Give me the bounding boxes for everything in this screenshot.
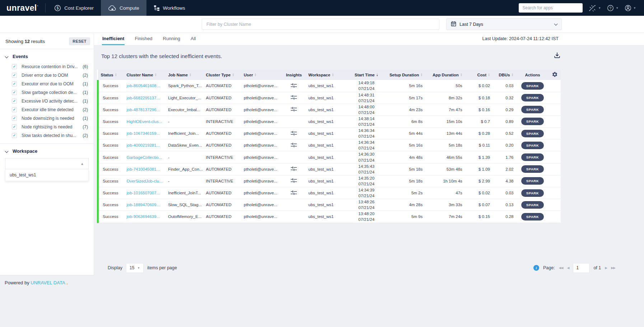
tab-all[interactable]: All — [190, 33, 196, 45]
next-page-button[interactable]: ▶ — [605, 266, 607, 270]
checkbox-checked[interactable]: ✓ — [12, 81, 17, 86]
workspace-select[interactable]: ▲ — [5, 158, 89, 169]
nav-item-compute[interactable]: Compute — [101, 0, 146, 16]
previous-page-button[interactable]: ◀ — [567, 266, 569, 270]
checkbox-checked[interactable]: ✓ — [12, 90, 17, 95]
date-range-select[interactable]: Last 7 Days — [446, 18, 562, 30]
user-cell: ptholeti@unrave... — [241, 199, 283, 211]
spark-action-button[interactable]: SPARK — [521, 130, 544, 137]
insights-icon[interactable] — [290, 166, 297, 172]
start-time-cell: 14:36:3007/21/24 — [347, 151, 386, 163]
spark-action-button[interactable]: SPARK — [521, 94, 544, 101]
per-page-label: items per page — [147, 265, 177, 270]
cost-cell: $ 0.7 — [465, 115, 493, 127]
cost-cell: $ 1.39 — [465, 151, 493, 163]
nav-item-workflows[interactable]: Workflows — [146, 0, 192, 16]
dbus-cell: 0.13 — [493, 199, 517, 211]
workspace-section-toggle[interactable]: Workspace — [0, 144, 94, 157]
column-header-job-name[interactable]: Job Name▲▼ — [165, 70, 203, 80]
workspace-cell: ubs_test_ws1 — [305, 128, 347, 139]
workspace-option[interactable]: ubs_test_ws1 — [5, 169, 89, 181]
insights-icon[interactable] — [290, 131, 297, 137]
column-header-start-time[interactable]: Start Time▲▼ — [347, 70, 386, 80]
spark-action-button[interactable]: SPARK — [521, 165, 544, 173]
spark-action-button[interactable]: SPARK — [521, 106, 544, 113]
checkbox-checked[interactable]: ✓ — [12, 99, 17, 104]
table-row: Success job-6682295137... Light_Executor… — [98, 92, 561, 104]
checkbox-checked[interactable]: ✓ — [12, 116, 17, 121]
cluster-name-link[interactable]: job-7410045081... — [126, 167, 160, 171]
unravel-logo[interactable]: unravel' — [0, 3, 45, 13]
column-header-cost[interactable]: Cost▲▼ — [465, 70, 493, 80]
insights-cell — [283, 139, 305, 151]
download-icon[interactable] — [554, 52, 561, 60]
checkbox-checked[interactable]: ✓ — [12, 133, 17, 138]
cluster-name-link[interactable]: GarbageCollectio... — [126, 155, 162, 160]
column-header-app-duration[interactable]: App Duration▲▼ — [425, 70, 465, 80]
setup-duration-cell: 4m 23s — [386, 104, 426, 115]
unravel-data-link[interactable]: UNRAVEL DATA — [31, 280, 65, 285]
insights-icon[interactable] — [290, 190, 297, 196]
powered-by-text: Powered by — [5, 280, 31, 285]
reset-filters-button[interactable]: RESET — [69, 37, 90, 45]
help-menu[interactable]: ? ▼ — [607, 5, 619, 11]
page-number-input[interactable] — [573, 263, 589, 273]
cluster-name-link[interactable]: job-4878137296... — [126, 108, 160, 112]
spark-action-button[interactable]: SPARK — [521, 189, 544, 197]
spark-action-button[interactable]: SPARK — [521, 153, 544, 161]
insights-icon[interactable] — [290, 83, 297, 89]
column-header-status[interactable]: Status▲▼ — [98, 70, 124, 80]
checkbox-checked[interactable]: ✓ — [12, 107, 17, 112]
nav-item-cost-explorer[interactable]: $ Cost Explorer — [47, 0, 101, 16]
clusters-table: Status▲▼Cluster Name▲▼Job Name▲▼Cluster … — [97, 70, 561, 223]
column-header-cluster-name[interactable]: Cluster Name▲▼ — [123, 70, 165, 80]
user-menu[interactable]: ▼ — [625, 5, 636, 11]
checkbox-checked[interactable]: ✓ — [12, 64, 17, 69]
event-filter-item: ✓ Node downsizing is needed (1) — [0, 114, 94, 123]
checkbox-checked[interactable]: ✓ — [12, 73, 17, 78]
cluster-name-filter-input[interactable] — [202, 19, 439, 30]
column-header-dbus[interactable]: DBUs▲▼ — [493, 70, 517, 80]
tab-inefficient[interactable]: Inefficient — [102, 33, 125, 45]
column-header-user[interactable]: User▲▼ — [241, 70, 283, 80]
first-page-button[interactable]: ◀◀ — [559, 266, 563, 270]
column-header-workspace[interactable]: Workspace▲▼ — [305, 70, 347, 80]
spark-action-button[interactable]: SPARK — [521, 177, 544, 185]
spark-action-button[interactable]: SPARK — [521, 213, 544, 221]
cluster-name-link[interactable]: job-1889470609... — [126, 203, 160, 207]
info-icon[interactable]: i — [533, 265, 539, 271]
tab-finished[interactable]: Finished — [134, 33, 153, 45]
cluster-name-link[interactable]: OverSizedJob-clu... — [126, 179, 162, 183]
cluster-name-link[interactable]: job-6682295137... — [126, 96, 160, 100]
insights-icon[interactable] — [290, 95, 297, 101]
spark-action-button[interactable]: SPARK — [521, 201, 544, 209]
page-size-select[interactable]: 15 ▼ — [126, 263, 144, 273]
spark-action-button[interactable]: SPARK — [521, 118, 544, 125]
spark-action-button[interactable]: SPARK — [521, 82, 544, 90]
user-cell: ptholeti@unrave... — [241, 175, 283, 187]
cluster-name-link[interactable]: job-8605461608... — [126, 84, 160, 88]
status-cell: Success — [98, 151, 124, 163]
column-header-cluster-type[interactable]: Cluster Type▲▼ — [203, 70, 241, 80]
insights-icon[interactable] — [290, 178, 297, 184]
insights-icon[interactable] — [290, 106, 297, 113]
cluster-name-link[interactable]: job-1067346159... — [126, 131, 160, 136]
insights-cell — [283, 128, 305, 139]
events-section-toggle[interactable]: Events — [0, 49, 94, 62]
column-header-setup-duration[interactable]: Setup Duration▲▼ — [386, 70, 426, 80]
search-input[interactable] — [519, 3, 583, 13]
insights-icon[interactable] — [290, 142, 297, 148]
table-row: Success job-1067346159... Inefficient_Jo… — [98, 128, 561, 139]
cluster-name-link[interactable]: HighIOEvent-clus... — [126, 119, 162, 124]
workspace-cell: ubs_test_ws1 — [305, 187, 347, 199]
tab-running[interactable]: Running — [163, 33, 181, 45]
cluster-name-link[interactable]: job-9063694639... — [126, 214, 160, 219]
cluster-name-link[interactable]: job-1016507007... — [126, 191, 160, 195]
table-settings-gear-icon[interactable] — [549, 70, 561, 80]
integrations-menu[interactable]: ▼ — [589, 5, 601, 11]
row-end-spacer — [549, 211, 561, 223]
last-page-button[interactable]: ▶▶ — [611, 266, 615, 270]
checkbox-checked[interactable]: ✓ — [12, 124, 17, 129]
spark-action-button[interactable]: SPARK — [521, 142, 544, 149]
cluster-name-link[interactable]: job-4000219281... — [126, 143, 160, 147]
